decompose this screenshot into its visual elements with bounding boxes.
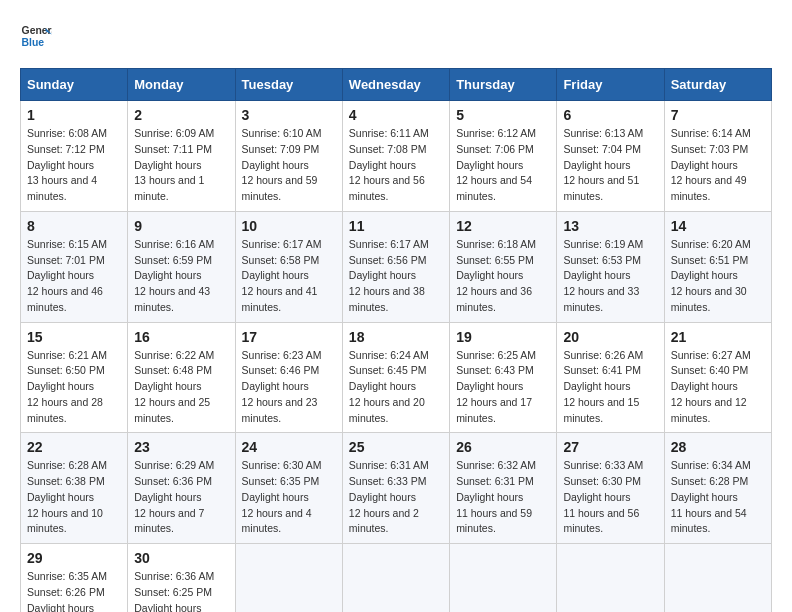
day-number: 10	[242, 218, 336, 234]
daylight-duration: 11 hours and 54 minutes.	[671, 507, 747, 535]
day-info: Sunrise: 6:22 AM Sunset: 6:48 PM Dayligh…	[134, 348, 228, 427]
daylight-duration: 12 hours and 17 minutes.	[456, 396, 532, 424]
daylight-label: Daylight hours	[456, 159, 523, 171]
day-info: Sunrise: 6:27 AM Sunset: 6:40 PM Dayligh…	[671, 348, 765, 427]
sunset-label: Sunset: 6:50 PM	[27, 364, 105, 376]
day-number: 30	[134, 550, 228, 566]
day-cell: 29 Sunrise: 6:35 AM Sunset: 6:26 PM Dayl…	[21, 544, 128, 613]
day-cell: 15 Sunrise: 6:21 AM Sunset: 6:50 PM Dayl…	[21, 322, 128, 433]
sunrise-label: Sunrise: 6:18 AM	[456, 238, 536, 250]
day-number: 23	[134, 439, 228, 455]
sunrise-label: Sunrise: 6:28 AM	[27, 459, 107, 471]
day-info: Sunrise: 6:35 AM Sunset: 6:26 PM Dayligh…	[27, 569, 121, 612]
sunrise-label: Sunrise: 6:08 AM	[27, 127, 107, 139]
day-number: 22	[27, 439, 121, 455]
day-cell: 28 Sunrise: 6:34 AM Sunset: 6:28 PM Dayl…	[664, 433, 771, 544]
day-cell: 5 Sunrise: 6:12 AM Sunset: 7:06 PM Dayli…	[450, 101, 557, 212]
day-info: Sunrise: 6:17 AM Sunset: 6:58 PM Dayligh…	[242, 237, 336, 316]
day-number: 27	[563, 439, 657, 455]
daylight-duration: 12 hours and 4 minutes.	[242, 507, 312, 535]
day-info: Sunrise: 6:25 AM Sunset: 6:43 PM Dayligh…	[456, 348, 550, 427]
day-cell: 8 Sunrise: 6:15 AM Sunset: 7:01 PM Dayli…	[21, 211, 128, 322]
daylight-duration: 12 hours and 7 minutes.	[134, 507, 204, 535]
daylight-label: Daylight hours	[242, 380, 309, 392]
day-number: 15	[27, 329, 121, 345]
day-info: Sunrise: 6:16 AM Sunset: 6:59 PM Dayligh…	[134, 237, 228, 316]
sunrise-label: Sunrise: 6:15 AM	[27, 238, 107, 250]
daylight-label: Daylight hours	[27, 380, 94, 392]
day-cell: 9 Sunrise: 6:16 AM Sunset: 6:59 PM Dayli…	[128, 211, 235, 322]
day-cell: 3 Sunrise: 6:10 AM Sunset: 7:09 PM Dayli…	[235, 101, 342, 212]
daylight-label: Daylight hours	[134, 491, 201, 503]
sunset-label: Sunset: 7:03 PM	[671, 143, 749, 155]
day-cell: 14 Sunrise: 6:20 AM Sunset: 6:51 PM Dayl…	[664, 211, 771, 322]
sunrise-label: Sunrise: 6:23 AM	[242, 349, 322, 361]
col-header-wednesday: Wednesday	[342, 69, 449, 101]
daylight-duration: 12 hours and 30 minutes.	[671, 285, 747, 313]
day-cell: 25 Sunrise: 6:31 AM Sunset: 6:33 PM Dayl…	[342, 433, 449, 544]
col-header-thursday: Thursday	[450, 69, 557, 101]
day-info: Sunrise: 6:29 AM Sunset: 6:36 PM Dayligh…	[134, 458, 228, 537]
day-info: Sunrise: 6:26 AM Sunset: 6:41 PM Dayligh…	[563, 348, 657, 427]
day-cell	[342, 544, 449, 613]
page-header: General Blue	[20, 20, 772, 52]
day-info: Sunrise: 6:30 AM Sunset: 6:35 PM Dayligh…	[242, 458, 336, 537]
day-cell: 18 Sunrise: 6:24 AM Sunset: 6:45 PM Dayl…	[342, 322, 449, 433]
daylight-duration: 12 hours and 54 minutes.	[456, 174, 532, 202]
day-cell: 10 Sunrise: 6:17 AM Sunset: 6:58 PM Dayl…	[235, 211, 342, 322]
sunset-label: Sunset: 6:56 PM	[349, 254, 427, 266]
day-cell: 2 Sunrise: 6:09 AM Sunset: 7:11 PM Dayli…	[128, 101, 235, 212]
sunrise-label: Sunrise: 6:17 AM	[242, 238, 322, 250]
sunset-label: Sunset: 6:41 PM	[563, 364, 641, 376]
day-number: 20	[563, 329, 657, 345]
day-info: Sunrise: 6:08 AM Sunset: 7:12 PM Dayligh…	[27, 126, 121, 205]
sunrise-label: Sunrise: 6:22 AM	[134, 349, 214, 361]
daylight-duration: 12 hours and 36 minutes.	[456, 285, 532, 313]
sunrise-label: Sunrise: 6:14 AM	[671, 127, 751, 139]
daylight-duration: 12 hours and 10 minutes.	[27, 507, 103, 535]
day-number: 8	[27, 218, 121, 234]
sunset-label: Sunset: 7:08 PM	[349, 143, 427, 155]
daylight-duration: 12 hours and 2 minutes.	[349, 507, 419, 535]
daylight-label: Daylight hours	[349, 491, 416, 503]
daylight-duration: 12 hours and 15 minutes.	[563, 396, 639, 424]
day-cell	[450, 544, 557, 613]
daylight-label: Daylight hours	[563, 491, 630, 503]
day-info: Sunrise: 6:18 AM Sunset: 6:55 PM Dayligh…	[456, 237, 550, 316]
day-info: Sunrise: 6:33 AM Sunset: 6:30 PM Dayligh…	[563, 458, 657, 537]
daylight-label: Daylight hours	[242, 491, 309, 503]
sunrise-label: Sunrise: 6:25 AM	[456, 349, 536, 361]
daylight-duration: 12 hours and 49 minutes.	[671, 174, 747, 202]
sunset-label: Sunset: 6:46 PM	[242, 364, 320, 376]
sunrise-label: Sunrise: 6:19 AM	[563, 238, 643, 250]
sunset-label: Sunset: 6:58 PM	[242, 254, 320, 266]
week-row-4: 22 Sunrise: 6:28 AM Sunset: 6:38 PM Dayl…	[21, 433, 772, 544]
calendar-body: 1 Sunrise: 6:08 AM Sunset: 7:12 PM Dayli…	[21, 101, 772, 613]
sunset-label: Sunset: 6:51 PM	[671, 254, 749, 266]
day-cell: 21 Sunrise: 6:27 AM Sunset: 6:40 PM Dayl…	[664, 322, 771, 433]
day-cell: 4 Sunrise: 6:11 AM Sunset: 7:08 PM Dayli…	[342, 101, 449, 212]
daylight-label: Daylight hours	[456, 269, 523, 281]
daylight-label: Daylight hours	[27, 491, 94, 503]
day-number: 7	[671, 107, 765, 123]
daylight-duration: 12 hours and 56 minutes.	[349, 174, 425, 202]
logo: General Blue	[20, 20, 56, 52]
sunrise-label: Sunrise: 6:11 AM	[349, 127, 429, 139]
sunset-label: Sunset: 6:30 PM	[563, 475, 641, 487]
daylight-duration: 12 hours and 46 minutes.	[27, 285, 103, 313]
day-number: 14	[671, 218, 765, 234]
sunrise-label: Sunrise: 6:17 AM	[349, 238, 429, 250]
day-number: 3	[242, 107, 336, 123]
daylight-label: Daylight hours	[27, 269, 94, 281]
sunset-label: Sunset: 6:28 PM	[671, 475, 749, 487]
daylight-duration: 12 hours and 41 minutes.	[242, 285, 318, 313]
daylight-duration: 12 hours and 33 minutes.	[563, 285, 639, 313]
day-cell	[664, 544, 771, 613]
sunrise-label: Sunrise: 6:31 AM	[349, 459, 429, 471]
daylight-label: Daylight hours	[134, 380, 201, 392]
sunset-label: Sunset: 6:33 PM	[349, 475, 427, 487]
day-number: 1	[27, 107, 121, 123]
daylight-label: Daylight hours	[563, 269, 630, 281]
sunset-label: Sunset: 7:04 PM	[563, 143, 641, 155]
sunset-label: Sunset: 7:11 PM	[134, 143, 212, 155]
